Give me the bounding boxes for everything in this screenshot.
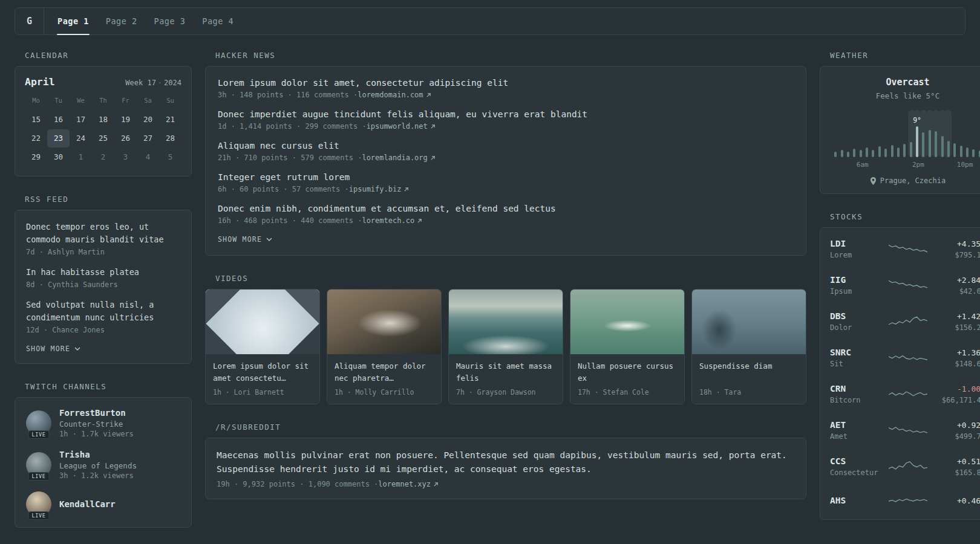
calendar-day-18[interactable]: 18 [92,111,114,129]
hn-item-domain[interactable]: ipsumworld.net [367,122,428,131]
hn-item-domain[interactable]: loremtech.co [362,216,414,225]
stock-symbol[interactable]: LDI [830,239,886,248]
hn-item-domain[interactable]: loremlandia.org [362,154,427,162]
calendar-day-19[interactable]: 19 [114,111,137,129]
stock-row-crn[interactable]: CRNBitcorn-1.00%$66,171.48 [830,376,980,412]
rss-show-more-button[interactable]: SHOW MORE [26,345,180,353]
tab-page-4[interactable]: Page 4 [194,8,242,34]
rss-item-title[interactable]: Sed volutpat nulla nisl, a condimentum n… [26,299,180,324]
stock-row-aet[interactable]: AETAmet+0.92%$499.72 [830,412,980,448]
calendar-day-24[interactable]: 24 [70,129,92,147]
rss-item-meta: 7d · Ashlyn Martin [26,248,180,256]
stock-name: Consectetur [830,468,886,477]
video-card[interactable]: Suspendisse diam18h · Tara [691,289,806,404]
video-card[interactable]: Lorem ipsum dolor sit amet consectetu…1h… [205,289,320,404]
stock-row-snrc[interactable]: SNRCSit+1.36%$148.64 [830,340,980,376]
weather-bar [897,147,900,157]
hn-list: Lorem ipsum dolor sit amet, consectetur … [218,78,794,225]
calendar-day-21[interactable]: 21 [159,111,181,129]
video-title[interactable]: Nullam posuere cursus ex [578,360,677,384]
video-card[interactable]: Mauris sit amet massa felis7h · Grayson … [448,289,563,404]
calendar-day-20[interactable]: 20 [137,111,159,129]
stock-row-ahs[interactable]: AHS+0.46% [830,485,980,516]
weather-bar [891,145,893,157]
tab-page-1[interactable]: Page 1 [49,8,97,34]
calendar-day-4[interactable]: 4 [137,148,159,166]
stock-symbol[interactable]: CRN [830,384,886,393]
stock-change: -1.00% [930,384,980,393]
calendar-day-1[interactable]: 1 [70,148,92,166]
rss-item-title[interactable]: Donec tempor eros leo, ut commodo mauris… [26,221,180,246]
rss-widget-title: RSS FEED [25,195,192,204]
external-link-icon [417,218,422,224]
stock-values: +1.42%$156.28 [930,312,980,332]
video-title[interactable]: Suspendisse diam [699,360,799,384]
weather-bar-column [851,110,857,157]
hn-item-title[interactable]: Aliquam nec cursus elit [218,141,794,151]
twitch-channel[interactable]: LIVEForrestBurtonCounter-Strike1h · 1.7k… [26,408,180,438]
subreddit-widget-title: /R/SUBREDDIT [215,423,806,432]
calendar-day-28[interactable]: 28 [159,129,181,147]
stock-row-ldi[interactable]: LDILorem+4.35%$795.18 [830,231,980,267]
calendar-day-16[interactable]: 16 [47,111,70,129]
stock-row-dbs[interactable]: DBSDolor+1.42%$156.28 [830,303,980,340]
hn-item-title[interactable]: Donec imperdiet augue tincidunt felis al… [218,109,794,119]
hn-item: Donec enim nibh, condimentum et accumsan… [218,204,794,225]
channel-name[interactable]: ForrestBurton [59,408,134,418]
twitch-channel[interactable]: LIVEKendallCarr [26,491,180,517]
calendar-day-3[interactable]: 3 [114,148,137,166]
stock-change: +0.51% [930,457,980,466]
hn-show-more-button[interactable]: SHOW MORE [218,235,794,244]
stock-row-ccs[interactable]: CCSConsectetur+0.51%$165.84 [830,448,980,485]
calendar-day-25[interactable]: 25 [92,129,114,147]
reddit-post-domain[interactable]: loremnet.xyz [378,480,431,488]
hn-item-title[interactable]: Lorem ipsum dolor sit amet, consectetur … [218,78,794,88]
calendar-day-5[interactable]: 5 [159,148,181,166]
calendar-dow: Th [92,97,114,110]
tab-page-2[interactable]: Page 2 [97,8,146,34]
twitch-channel[interactable]: LIVETrishaLeague of Legends3h · 1.2k vie… [26,450,180,480]
external-link-icon [430,124,436,129]
channel-name[interactable]: KendallCarr [59,499,116,509]
channel-name[interactable]: Trisha [59,450,137,459]
rss-item-title[interactable]: In hac habitasse platea [26,266,180,279]
tab-page-3[interactable]: Page 3 [146,8,194,34]
calendar-day-17[interactable]: 17 [70,111,92,129]
hn-item-domain[interactable]: loremdomain.com [358,91,423,99]
calendar-header: April Week 17·2024 [25,76,181,88]
calendar-day-23-selected[interactable]: 23 [47,129,70,147]
stock-symbol[interactable]: CCS [830,456,886,466]
video-title[interactable]: Lorem ipsum dolor sit amet consectetu… [213,360,312,384]
calendar-day-22[interactable]: 22 [25,129,47,147]
rss-item-meta: 8d · Cynthia Saunders [26,280,180,289]
calendar-day-30[interactable]: 30 [47,148,70,166]
reddit-post-title[interactable]: Maecenas mollis pulvinar erat non posuer… [217,448,795,476]
app-logo[interactable]: G [15,8,44,34]
weather-bar-column [870,110,876,157]
stock-row-iig[interactable]: IIGIpsum+2.84%$42.04 [830,267,980,303]
hn-item-title[interactable]: Donec enim nibh, condimentum et accumsan… [218,204,794,213]
weather-bar [960,146,962,157]
video-card[interactable]: Aliquam tempor dolor nec pharetra…1h · M… [327,289,442,404]
twitch-list: LIVEForrestBurtonCounter-Strike1h · 1.7k… [26,408,180,517]
weather-bar-column [889,110,895,157]
weather-bar [884,149,887,157]
video-card[interactable]: Nullam posuere cursus ex17h · Stefan Col… [570,289,685,404]
hn-item-title[interactable]: Integer eget rutrum lorem [218,172,794,182]
stock-symbol[interactable]: AET [830,420,886,430]
calendar-day-27[interactable]: 27 [137,129,159,147]
weather-widget: WEATHER Overcast Feels like 5°C 9° 6am2p… [820,51,980,194]
stock-symbol[interactable]: DBS [830,311,886,321]
weather-bar [872,150,874,157]
stock-symbol[interactable]: IIG [830,275,886,285]
stock-symbol[interactable]: SNRC [830,348,886,357]
weather-bar-column [883,110,889,157]
video-title[interactable]: Aliquam tempor dolor nec pharetra… [335,360,434,384]
calendar-day-29[interactable]: 29 [25,148,47,166]
calendar-day-15[interactable]: 15 [25,111,47,129]
calendar-day-2[interactable]: 2 [92,148,114,166]
calendar-day-26[interactable]: 26 [114,129,137,147]
hn-item-domain[interactable]: ipsumify.biz [349,185,402,193]
stock-symbol[interactable]: AHS [830,496,886,505]
video-title[interactable]: Mauris sit amet massa felis [456,360,555,384]
